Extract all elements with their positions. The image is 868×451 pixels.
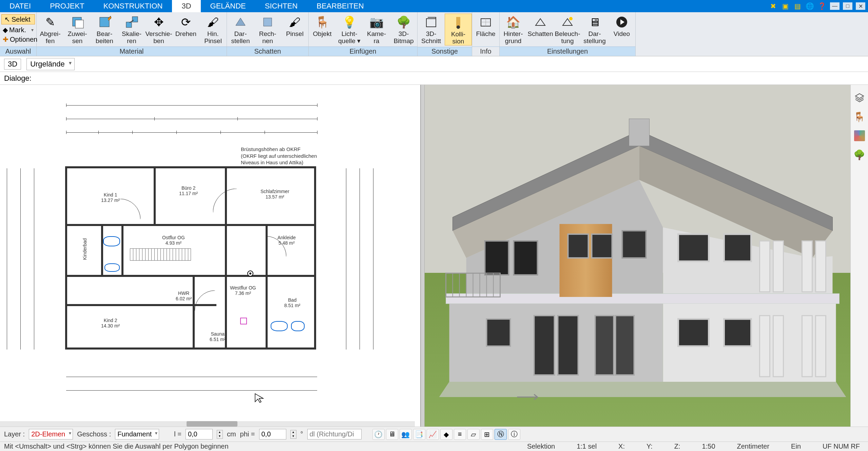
dl-input[interactable] (307, 429, 362, 439)
tool-flaeche[interactable]: Fläche (472, 14, 499, 45)
menu-tab-konstruktion[interactable]: KONSTRUKTION (94, 0, 172, 12)
menu-tab-bearbeiten[interactable]: BEARBEITEN (307, 0, 373, 12)
tool-3dschnitt[interactable]: 3D- Schnitt (418, 14, 445, 45)
svg-rect-53 (802, 316, 812, 377)
room-label: Sauna6.51 m² (210, 331, 226, 342)
tool-darstellen[interactable]: Dar- stellen (227, 14, 254, 45)
window1-icon[interactable]: ▣ (780, 1, 790, 11)
svg-rect-1 (75, 20, 83, 28)
workspace: Brüstungshöhen ab OKRF (OKRF liegt auf u… (0, 85, 868, 427)
ribbon: ↖Selekt ◆Mark.▾ ✚Optionen Auswahl ✎Abgre… (0, 12, 868, 56)
pane-3d-view[interactable] (425, 85, 850, 427)
floorplan-outline: Kind 113.27 m² Büro 211.17 m² Schlafzimm… (65, 166, 316, 350)
tool-3dbitmap[interactable]: 🌳3D- Bitmap (390, 14, 417, 45)
tool-pinsel[interactable]: 🖌Pinsel (281, 14, 308, 45)
pane-2d-floorplan[interactable]: Brüstungshöhen ab OKRF (OKRF liegt auf u… (0, 85, 421, 427)
scrollbar-horizontal[interactable] (0, 421, 415, 427)
menu-tab-sichten[interactable]: SICHTEN (255, 0, 307, 12)
chair-icon[interactable]: 🪑 (853, 111, 866, 123)
tool-kollision[interactable]: Kolli- sion (445, 14, 472, 45)
status-z: Z: (670, 443, 684, 450)
tool-bearbeiten[interactable]: Bear- beiten (91, 14, 118, 45)
layers2-icon[interactable]: ◆ (440, 429, 452, 440)
phi-spinner[interactable]: ▴▾ (290, 430, 296, 439)
info-icon[interactable]: ⓘ (508, 429, 520, 440)
ribbon-label-material: Material (37, 46, 227, 56)
peak-icon[interactable]: 📈 (427, 429, 439, 440)
status-flags: UF NUM RF (818, 443, 864, 450)
menu-tab-3d[interactable]: 3D (172, 0, 200, 12)
select-button[interactable]: ↖Selekt (1, 14, 35, 24)
tool-abgreifen[interactable]: ✎Abgrei- fen (37, 14, 64, 45)
phi-input[interactable] (259, 429, 286, 439)
pane-divider[interactable] (421, 85, 425, 427)
tool-rechnen[interactable]: Rech- nen (254, 14, 281, 45)
tool-lichtquelle[interactable]: 💡Licht- quelle ▾ (336, 14, 363, 45)
svg-rect-28 (592, 234, 612, 258)
window2-icon[interactable]: ▤ (793, 1, 802, 11)
group-icon[interactable]: 👥 (400, 429, 412, 440)
ribbon-group-einstellungen: 🏠Hinter- grund Schatten Beleuch- tung 🖥D… (500, 12, 636, 56)
minimize-button[interactable]: — (830, 2, 840, 10)
tool-objekt[interactable]: 🪑Objekt (309, 14, 336, 45)
stack-icon[interactable]: ≡ (454, 429, 466, 440)
grid-icon[interactable]: ⊞ (481, 429, 493, 440)
tool-video[interactable]: Video (608, 14, 635, 45)
phi-unit: ° (301, 430, 303, 438)
ribbon-label-einfuegen: Einfügen (309, 46, 417, 56)
layer-select[interactable]: 2D-Elemen (29, 429, 73, 439)
tool-kamera[interactable]: 📷Kame- ra (363, 14, 390, 45)
dimension-line (66, 390, 317, 391)
tool-verschieben[interactable]: ✥Verschie- ben (145, 14, 172, 45)
tool-drehen[interactable]: ⟳Drehen (172, 14, 199, 45)
tool-hintergrund[interactable]: 🏠Hinter- grund (500, 14, 527, 45)
tree-icon[interactable]: 🌳 (853, 149, 866, 161)
help-icon[interactable]: ❓ (817, 1, 827, 11)
menu-tab-projekt[interactable]: PROJEKT (40, 0, 94, 12)
ribbon-group-material: ✎Abgrei- fen Zuwei- sen Bear- beiten Ska… (37, 12, 227, 56)
room-label: Ostflur OG4.93 m² (162, 235, 185, 246)
plane-icon[interactable]: ▱ (467, 429, 480, 440)
dimension-line (66, 119, 317, 119)
maximize-button[interactable]: □ (843, 2, 852, 10)
globe-icon[interactable]: 🌐 (805, 1, 814, 11)
close-button[interactable]: ✕ (856, 2, 865, 10)
svg-rect-26 (514, 241, 538, 275)
tool-schatten-einst[interactable]: Schatten (527, 14, 554, 45)
status-y: Y: (642, 443, 657, 450)
dimension-line (20, 168, 21, 350)
fixture-bath-icon (271, 321, 288, 331)
phi-label: phi = (240, 430, 255, 438)
camera-node-icon[interactable] (247, 270, 254, 277)
ribbon-group-info: Fläche Info (472, 12, 500, 56)
room-label: Büro 211.17 m² (179, 185, 198, 196)
tool-zuweisen[interactable]: Zuwei- sen (64, 14, 91, 45)
palette-icon[interactable] (853, 130, 866, 142)
geschoss-select[interactable]: Fundament (115, 429, 159, 439)
clock-icon[interactable]: 🕐 (372, 429, 385, 440)
svg-rect-45 (534, 316, 555, 375)
status-ein: Ein (787, 443, 805, 450)
screen-icon[interactable]: 🖥 (386, 429, 398, 440)
tool-skalieren[interactable]: Skalie- ren (118, 14, 145, 45)
tool-beleuchtung[interactable]: Beleuch- tung (554, 14, 581, 45)
layers-icon[interactable] (853, 92, 866, 104)
copy-icon[interactable]: 📑 (413, 429, 425, 440)
tool-hinpinsel[interactable]: 🖌Hin. Pinsel (199, 14, 227, 45)
length-input[interactable] (186, 429, 213, 439)
north-icon[interactable]: Ⓝ (495, 429, 507, 440)
tool-darstellung[interactable]: 🖥Dar- stellung (581, 14, 608, 45)
tools-icon[interactable]: ✖ (768, 1, 778, 11)
menu-tab-datei[interactable]: DATEI (0, 0, 40, 12)
terrain-select[interactable]: Urgelände (26, 58, 75, 70)
room-label: Bad8.51 m² (284, 297, 300, 308)
length-spinner[interactable]: ▴▾ (217, 430, 223, 439)
dimension-line (66, 377, 317, 377)
svg-rect-4 (132, 17, 138, 22)
room-label: Kinderbad (82, 238, 88, 260)
mark-button[interactable]: ◆Mark.▾ (0, 25, 36, 35)
svg-rect-35 (816, 241, 826, 292)
menu-tab-gelaende[interactable]: GELÄNDE (201, 0, 255, 12)
optionen-button[interactable]: ✚Optionen (0, 35, 36, 44)
ribbon-label-einstellungen: Einstellungen (500, 46, 635, 56)
